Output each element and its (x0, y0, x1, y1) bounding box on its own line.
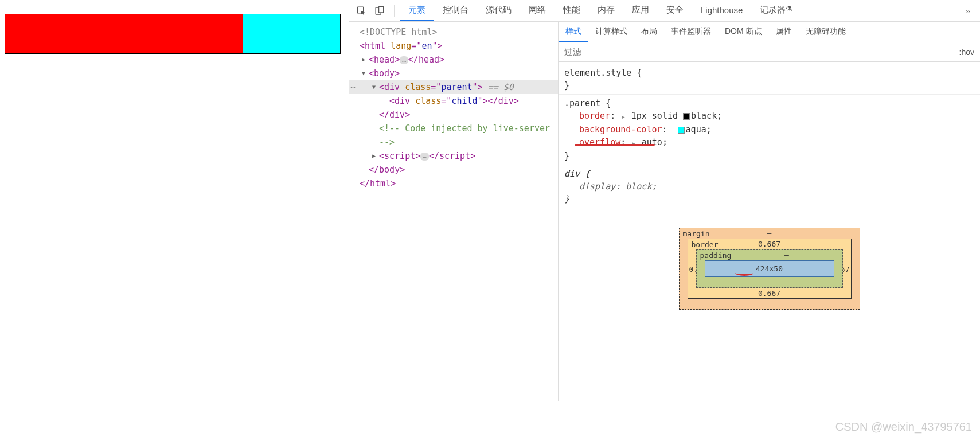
devtools: 元素 控制台 源代码 网络 性能 内存 应用 安全 Lighthouse 记录器… (349, 0, 980, 401)
svg-rect-2 (379, 6, 384, 13)
hov-toggle[interactable]: :hov (954, 48, 974, 57)
css-rules: element.style { } .parent { border: ▶ 1p… (559, 62, 980, 210)
styles-filter-input[interactable] (564, 47, 954, 57)
collapse-arrow-icon[interactable]: ▼ (370, 80, 378, 94)
tab-security[interactable]: 安全 (658, 0, 692, 21)
styles-tab-listeners[interactable]: 事件监听器 (664, 22, 718, 42)
styles-tab-layout[interactable]: 布局 (634, 22, 664, 42)
parent-element[interactable] (5, 14, 341, 54)
box-model-padding[interactable]: padding – – – – 424×50 (696, 249, 843, 288)
rule-element-style[interactable]: element.style { } (559, 64, 980, 95)
collapse-arrow-icon[interactable]: ▼ (360, 67, 368, 80)
tab-recorder[interactable]: 记录器⚗ (752, 0, 801, 21)
tab-console[interactable]: 控制台 (435, 0, 477, 21)
rule-parent[interactable]: .parent { border: ▶ 1px solid black; bac… (559, 95, 980, 165)
dom-tree[interactable]: <!DOCTYPE html> <html lang="en"> ▶<head>… (349, 22, 559, 401)
box-model-border[interactable]: border 0.667 0.667 0.667 0.667 padding –… (688, 239, 852, 299)
tab-elements[interactable]: 元素 (400, 0, 434, 21)
separator (394, 5, 395, 17)
ellipsis-icon[interactable]: … (400, 56, 408, 64)
tab-sources[interactable]: 源代码 (478, 0, 520, 21)
expand-arrow-icon[interactable]: ▶ (370, 149, 378, 163)
tab-application[interactable]: 应用 (624, 0, 657, 21)
expand-arrow-icon[interactable]: ▶ (360, 53, 368, 67)
annotation-underline (575, 144, 655, 146)
device-icon[interactable] (371, 2, 388, 19)
more-tabs-icon[interactable]: » (959, 2, 977, 19)
dom-selected-node[interactable]: ▼<div class="parent"> == $0 (349, 80, 558, 94)
expand-shorthand-icon[interactable]: ▶ (622, 111, 624, 123)
styles-panel: 样式 计算样式 布局 事件监听器 DOM 断点 属性 无障碍功能 :hov el… (559, 22, 980, 401)
expand-shorthand-icon[interactable]: ▶ (632, 137, 635, 150)
dom-child-node[interactable]: <div class="child"></div> (349, 94, 558, 108)
rule-div-ua[interactable]: div { display: block; } (559, 165, 980, 208)
dom-doctype[interactable]: <!DOCTYPE html> (360, 27, 437, 37)
styles-tab-accessibility[interactable]: 无障碍功能 (799, 22, 853, 42)
devtools-toolbar: 元素 控制台 源代码 网络 性能 内存 应用 安全 Lighthouse 记录器… (349, 0, 980, 22)
box-model-content[interactable]: 424×50 (705, 260, 834, 277)
color-swatch-aqua[interactable] (678, 127, 685, 134)
color-swatch-black[interactable] (683, 113, 690, 120)
tab-lighthouse[interactable]: Lighthouse (693, 1, 751, 21)
box-model: margin – – – – border 0.667 0.667 0.667 … (559, 210, 980, 327)
styles-tab-computed[interactable]: 计算样式 (588, 22, 634, 42)
styles-tab-styles[interactable]: 样式 (559, 22, 588, 42)
styles-tab-properties[interactable]: 属性 (769, 22, 799, 42)
tab-memory[interactable]: 内存 (589, 0, 623, 21)
inspect-icon[interactable] (353, 2, 370, 19)
styles-tab-bar: 样式 计算样式 布局 事件监听器 DOM 断点 属性 无障碍功能 (559, 22, 980, 42)
tab-performance[interactable]: 性能 (555, 0, 588, 21)
page-preview (0, 0, 349, 401)
child-element[interactable] (5, 14, 243, 53)
ellipsis-icon[interactable]: … (420, 153, 429, 161)
box-model-margin[interactable]: margin – – – – border 0.667 0.667 0.667 … (679, 228, 860, 310)
annotation-arc (735, 270, 753, 276)
styles-tab-dom-breakpoints[interactable]: DOM 断点 (718, 22, 769, 42)
watermark: CSDN @weixin_43795761 (835, 420, 972, 434)
tab-network[interactable]: 网络 (521, 0, 554, 21)
